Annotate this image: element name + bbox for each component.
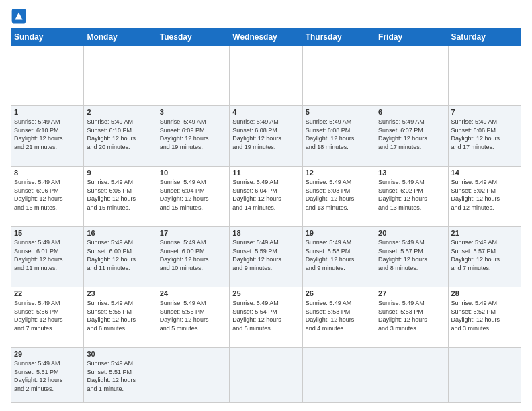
weekday-header: Sunday <box>11 29 84 46</box>
day-number: 11 <box>232 169 299 177</box>
weekday-header: Thursday <box>302 29 375 46</box>
page: SundayMondayTuesdayWednesdayThursdayFrid… <box>0 0 532 411</box>
calendar-cell <box>448 348 521 403</box>
cell-info: Sunrise: 5:49 AMSunset: 5:56 PMDaylight:… <box>14 299 81 332</box>
cell-info: Sunrise: 5:49 AMSunset: 6:06 PMDaylight:… <box>451 118 518 151</box>
calendar-cell: 6Sunrise: 5:49 AMSunset: 6:07 PMDaylight… <box>375 106 448 167</box>
cell-info: Sunrise: 5:49 AMSunset: 6:09 PMDaylight:… <box>160 118 226 151</box>
day-number: 18 <box>232 229 299 237</box>
cell-info: Sunrise: 5:49 AMSunset: 6:08 PMDaylight:… <box>232 118 299 151</box>
cell-info: Sunrise: 5:49 AMSunset: 6:03 PMDaylight:… <box>306 178 372 212</box>
calendar-cell: 21Sunrise: 5:49 AMSunset: 5:57 PMDayligh… <box>448 227 521 287</box>
cell-info: Sunrise: 5:49 AMSunset: 5:55 PMDaylight:… <box>87 299 153 332</box>
day-number: 20 <box>378 229 445 237</box>
calendar-cell: 8Sunrise: 5:49 AMSunset: 6:06 PMDaylight… <box>11 167 84 227</box>
calendar-cell: 7Sunrise: 5:49 AMSunset: 6:06 PMDaylight… <box>448 106 521 167</box>
cell-info: Sunrise: 5:49 AMSunset: 5:59 PMDaylight:… <box>232 238 299 272</box>
day-number: 19 <box>306 229 372 237</box>
calendar-cell: 24Sunrise: 5:49 AMSunset: 5:55 PMDayligh… <box>157 287 229 348</box>
calendar-cell: 20Sunrise: 5:49 AMSunset: 5:57 PMDayligh… <box>375 227 448 287</box>
weekday-header: Wednesday <box>230 29 302 46</box>
day-number: 7 <box>451 108 518 116</box>
day-number: 28 <box>451 289 518 298</box>
calendar-cell <box>230 46 302 106</box>
cell-info: Sunrise: 5:49 AMSunset: 5:57 PMDaylight:… <box>378 238 445 272</box>
weekday-header: Saturday <box>448 29 521 46</box>
cell-info: Sunrise: 5:49 AMSunset: 6:06 PMDaylight:… <box>14 178 81 212</box>
cell-info: Sunrise: 5:49 AMSunset: 6:08 PMDaylight:… <box>306 118 372 151</box>
day-number: 3 <box>160 108 226 116</box>
calendar-cell: 29Sunrise: 5:49 AMSunset: 5:51 PMDayligh… <box>11 348 84 403</box>
calendar-cell: 22Sunrise: 5:49 AMSunset: 5:56 PMDayligh… <box>11 287 84 348</box>
calendar-cell: 14Sunrise: 5:49 AMSunset: 6:02 PMDayligh… <box>448 167 521 227</box>
day-number: 14 <box>451 169 518 177</box>
cell-info: Sunrise: 5:49 AMSunset: 6:02 PMDaylight:… <box>378 178 445 212</box>
calendar-cell <box>302 348 375 403</box>
cell-info: Sunrise: 5:49 AMSunset: 5:52 PMDaylight:… <box>451 299 518 332</box>
cell-info: Sunrise: 5:49 AMSunset: 6:05 PMDaylight:… <box>87 178 153 212</box>
weekday-header: Tuesday <box>157 29 229 46</box>
calendar-cell: 17Sunrise: 5:49 AMSunset: 6:00 PMDayligh… <box>157 227 229 287</box>
day-number: 25 <box>232 289 299 298</box>
day-number: 4 <box>232 108 299 116</box>
day-number: 23 <box>87 289 153 298</box>
day-number: 2 <box>87 108 153 116</box>
cell-info: Sunrise: 5:49 AMSunset: 6:00 PMDaylight:… <box>87 238 153 272</box>
calendar-cell: 5Sunrise: 5:49 AMSunset: 6:08 PMDaylight… <box>302 106 375 167</box>
calendar-table: SundayMondayTuesdayWednesdayThursdayFrid… <box>11 28 521 403</box>
day-number: 27 <box>378 289 445 298</box>
cell-info: Sunrise: 5:49 AMSunset: 6:00 PMDaylight:… <box>160 238 226 272</box>
calendar-cell <box>11 46 84 106</box>
calendar-cell <box>375 46 448 106</box>
weekday-header: Friday <box>375 29 448 46</box>
cell-info: Sunrise: 5:49 AMSunset: 5:57 PMDaylight:… <box>451 238 518 272</box>
day-number: 6 <box>378 108 445 116</box>
calendar-cell: 9Sunrise: 5:49 AMSunset: 6:05 PMDaylight… <box>84 167 157 227</box>
day-number: 22 <box>14 289 81 298</box>
calendar-cell <box>302 46 375 106</box>
calendar-cell: 4Sunrise: 5:49 AMSunset: 6:08 PMDaylight… <box>230 106 302 167</box>
calendar-cell <box>448 46 521 106</box>
day-number: 8 <box>14 169 81 177</box>
day-number: 16 <box>87 229 153 237</box>
day-number: 10 <box>160 169 226 177</box>
calendar-cell: 27Sunrise: 5:49 AMSunset: 5:53 PMDayligh… <box>375 287 448 348</box>
calendar-cell: 18Sunrise: 5:49 AMSunset: 5:59 PMDayligh… <box>230 227 302 287</box>
cell-info: Sunrise: 5:49 AMSunset: 6:07 PMDaylight:… <box>378 118 445 151</box>
day-number: 12 <box>306 169 372 177</box>
cell-info: Sunrise: 5:49 AMSunset: 5:55 PMDaylight:… <box>160 299 226 332</box>
day-number: 21 <box>451 229 518 237</box>
calendar-cell: 2Sunrise: 5:49 AMSunset: 6:10 PMDaylight… <box>84 106 157 167</box>
day-number: 9 <box>87 169 153 177</box>
calendar-cell: 3Sunrise: 5:49 AMSunset: 6:09 PMDaylight… <box>157 106 229 167</box>
calendar-cell: 12Sunrise: 5:49 AMSunset: 6:03 PMDayligh… <box>302 167 375 227</box>
calendar-cell: 26Sunrise: 5:49 AMSunset: 5:53 PMDayligh… <box>302 287 375 348</box>
calendar-cell: 30Sunrise: 5:49 AMSunset: 5:51 PMDayligh… <box>84 348 157 403</box>
cell-info: Sunrise: 5:49 AMSunset: 5:51 PMDaylight:… <box>14 359 81 393</box>
calendar-cell <box>375 348 448 403</box>
calendar-cell: 25Sunrise: 5:49 AMSunset: 5:54 PMDayligh… <box>230 287 302 348</box>
calendar-cell: 23Sunrise: 5:49 AMSunset: 5:55 PMDayligh… <box>84 287 157 348</box>
calendar-cell: 11Sunrise: 5:49 AMSunset: 6:04 PMDayligh… <box>230 167 302 227</box>
calendar-cell <box>157 348 229 403</box>
cell-info: Sunrise: 5:49 AMSunset: 5:53 PMDaylight:… <box>378 299 445 332</box>
logo <box>11 8 30 24</box>
calendar-cell: 13Sunrise: 5:49 AMSunset: 6:02 PMDayligh… <box>375 167 448 227</box>
day-number: 1 <box>14 108 81 116</box>
day-number: 13 <box>378 169 445 177</box>
day-number: 24 <box>160 289 226 298</box>
calendar-cell: 16Sunrise: 5:49 AMSunset: 6:00 PMDayligh… <box>84 227 157 287</box>
cell-info: Sunrise: 5:49 AMSunset: 6:04 PMDaylight:… <box>232 178 299 212</box>
calendar-cell: 19Sunrise: 5:49 AMSunset: 5:58 PMDayligh… <box>302 227 375 287</box>
cell-info: Sunrise: 5:49 AMSunset: 5:51 PMDaylight:… <box>87 359 153 393</box>
day-number: 29 <box>14 350 81 358</box>
weekday-header: Monday <box>84 29 157 46</box>
cell-info: Sunrise: 5:49 AMSunset: 5:53 PMDaylight:… <box>306 299 372 332</box>
calendar-cell <box>157 46 229 106</box>
cell-info: Sunrise: 5:49 AMSunset: 6:01 PMDaylight:… <box>14 238 81 272</box>
day-number: 30 <box>87 350 153 358</box>
calendar-cell <box>230 348 302 403</box>
calendar-cell: 10Sunrise: 5:49 AMSunset: 6:04 PMDayligh… <box>157 167 229 227</box>
day-number: 15 <box>14 229 81 237</box>
calendar-cell <box>84 46 157 106</box>
